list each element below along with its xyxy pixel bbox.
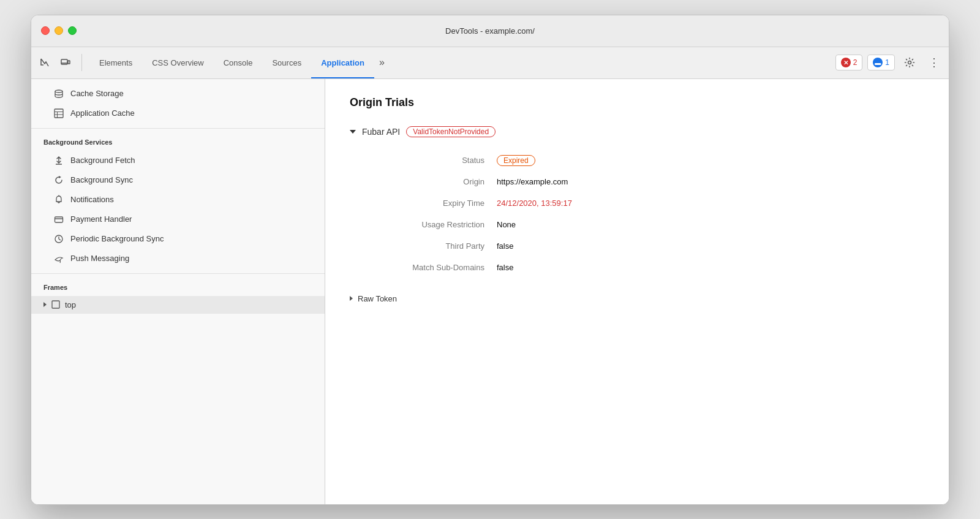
trial-section: Fubar API ValidTokenNotProvided Status E… xyxy=(350,126,924,309)
origin-value: https://example.com xyxy=(497,171,924,192)
more-tabs-button[interactable]: » xyxy=(374,47,390,78)
error-icon: ✕ xyxy=(841,58,851,67)
tab-console[interactable]: Console xyxy=(214,47,263,78)
svg-line-16 xyxy=(59,239,61,240)
top-frame-label: top xyxy=(65,300,76,309)
match-subdomains-value: false xyxy=(497,257,924,278)
status-badge: ValidTokenNotProvided xyxy=(406,126,496,137)
status-label: Status xyxy=(362,150,497,171)
maximize-button[interactable] xyxy=(68,26,77,35)
error-count: 2 xyxy=(853,58,858,67)
tab-application[interactable]: Application xyxy=(311,47,374,78)
svg-rect-12 xyxy=(55,217,63,222)
svg-rect-17 xyxy=(52,301,59,308)
background-fetch-label: Background Fetch xyxy=(70,156,135,165)
sidebar-item-background-sync[interactable]: Background Sync xyxy=(31,170,325,190)
svg-point-4 xyxy=(55,90,62,93)
devtools-icon-group xyxy=(36,54,82,71)
more-options-button[interactable]: ⋮ xyxy=(924,53,944,72)
third-party-label: Third Party xyxy=(362,235,497,257)
window-title: DevTools - example.com/ xyxy=(445,26,535,36)
tab-sources[interactable]: Sources xyxy=(262,47,311,78)
payment-handler-label: Payment Handler xyxy=(70,214,132,224)
match-subdomains-label: Match Sub-Domains xyxy=(362,257,497,278)
expired-badge: Expired xyxy=(497,155,535,166)
usage-restriction-value: None xyxy=(497,214,924,235)
svg-rect-1 xyxy=(68,61,70,64)
sidebar-item-background-fetch[interactable]: Background Fetch xyxy=(31,151,325,170)
close-button[interactable] xyxy=(41,26,50,35)
tabbar: Elements CSS Overview Console Sources Ap… xyxy=(31,47,949,79)
push-messaging-icon xyxy=(53,253,64,264)
sidebar-item-payment-handler[interactable]: Payment Handler xyxy=(31,210,325,229)
raw-token-label: Raw Token xyxy=(358,294,397,303)
trial-name: Fubar API xyxy=(362,127,400,137)
application-cache-label: Application Cache xyxy=(70,108,135,118)
info-count: 1 xyxy=(885,58,889,67)
application-cache-icon xyxy=(53,108,64,119)
expiry-time-value: 24/12/2020, 13:59:17 xyxy=(497,192,924,214)
info-icon: ▬ xyxy=(873,58,883,67)
panel-title: Origin Trials xyxy=(350,96,924,109)
sidebar-background-services-section: Background Services Background Fetch xyxy=(31,129,325,274)
status-value: Expired xyxy=(497,150,924,171)
error-badge-button[interactable]: ✕ 2 xyxy=(835,55,863,70)
device-icon[interactable] xyxy=(57,54,74,71)
cache-storage-label: Cache Storage xyxy=(70,89,124,98)
payment-handler-icon xyxy=(53,214,64,225)
sidebar-storage-section: Cache Storage Application Cache xyxy=(31,79,325,129)
svg-rect-5 xyxy=(55,109,63,118)
sidebar-item-cache-storage[interactable]: Cache Storage xyxy=(31,84,325,104)
raw-token-expand-icon xyxy=(350,296,353,301)
inspect-icon[interactable] xyxy=(36,54,53,71)
frame-icon xyxy=(51,300,60,309)
background-services-header: Background Services xyxy=(31,134,325,151)
notifications-label: Notifications xyxy=(70,195,114,204)
tab-css-overview[interactable]: CSS Overview xyxy=(142,47,214,78)
svg-point-3 xyxy=(908,61,911,64)
notifications-icon xyxy=(53,194,64,205)
svg-rect-0 xyxy=(61,59,67,64)
titlebar: DevTools - example.com/ xyxy=(31,15,949,47)
sidebar-item-push-messaging[interactable]: Push Messaging xyxy=(31,249,325,268)
settings-button[interactable] xyxy=(900,53,919,72)
expiry-time-label: Expiry Time xyxy=(362,192,497,214)
traffic-lights xyxy=(41,26,77,35)
background-fetch-icon xyxy=(53,155,64,166)
frames-header: Frames xyxy=(31,279,325,296)
periodic-background-sync-icon xyxy=(53,233,64,244)
sidebar-item-notifications[interactable]: Notifications xyxy=(31,190,325,210)
background-sync-label: Background Sync xyxy=(70,175,133,184)
usage-restriction-label: Usage Restriction xyxy=(362,214,497,235)
cache-storage-icon xyxy=(53,88,64,99)
content-panel: Origin Trials Fubar API ValidTokenNotPro… xyxy=(325,79,949,504)
minimize-button[interactable] xyxy=(55,26,63,35)
info-badge-button[interactable]: ▬ 1 xyxy=(867,55,895,70)
tabbar-right: ✕ 2 ▬ 1 ⋮ xyxy=(835,53,944,72)
origin-label: Origin xyxy=(362,171,497,192)
expand-icon xyxy=(43,302,47,307)
collapse-icon[interactable] xyxy=(350,130,356,134)
sidebar-item-application-cache[interactable]: Application Cache xyxy=(31,104,325,123)
background-sync-icon xyxy=(53,175,64,186)
third-party-value: false xyxy=(497,235,924,257)
sidebar-item-periodic-background-sync[interactable]: Periodic Background Sync xyxy=(31,229,325,249)
raw-token-row[interactable]: Raw Token xyxy=(350,288,924,309)
trial-header: Fubar API ValidTokenNotProvided xyxy=(350,126,924,137)
periodic-background-sync-label: Periodic Background Sync xyxy=(70,234,164,243)
tab-elements[interactable]: Elements xyxy=(89,47,142,78)
sidebar-item-top[interactable]: top xyxy=(31,296,325,314)
main-content: Cache Storage Application Cache xyxy=(31,79,949,504)
sidebar-frames-section: Frames top xyxy=(31,274,325,319)
devtools-window: DevTools - example.com/ Elements xyxy=(31,15,949,505)
detail-table: Status Expired Origin https://example.co… xyxy=(362,150,924,278)
push-messaging-label: Push Messaging xyxy=(70,254,129,263)
sidebar: Cache Storage Application Cache xyxy=(31,79,325,504)
